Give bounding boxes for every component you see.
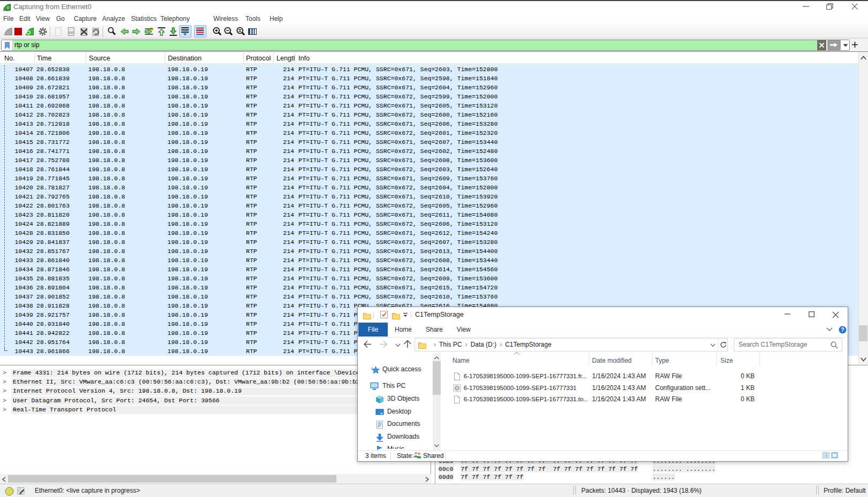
svg-text:010: 010 <box>68 31 73 34</box>
svg-text:?: ? <box>841 326 844 333</box>
